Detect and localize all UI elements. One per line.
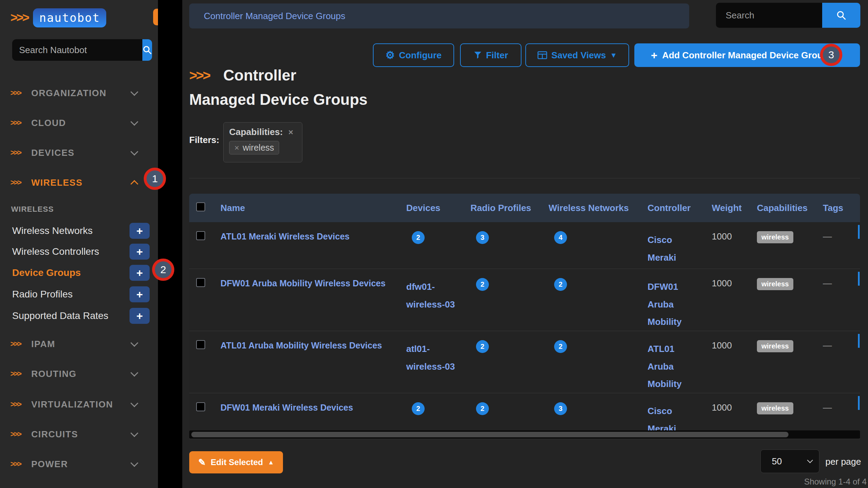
sidebar-item-organization[interactable]: >>> ORGANIZATION bbox=[10, 85, 149, 101]
column-header-devices[interactable]: Devices bbox=[403, 194, 467, 222]
menu-chevrons-icon: >>> bbox=[10, 148, 31, 157]
capabilities-cell: wireless bbox=[753, 222, 819, 269]
tags-empty-dash: — bbox=[823, 402, 832, 413]
wireless-networks-pill[interactable]: 4 bbox=[554, 231, 567, 244]
radio-profiles-pill[interactable]: 3 bbox=[476, 231, 489, 244]
global-search-input[interactable] bbox=[716, 3, 822, 28]
column-header-tags[interactable]: Tags bbox=[819, 194, 856, 222]
per-page-label: per page bbox=[825, 456, 861, 467]
column-header-controller[interactable]: Controller bbox=[644, 194, 708, 222]
sidebar-item-circuits[interactable]: >>> CIRCUITS bbox=[10, 427, 149, 442]
caret-up-icon: ▲ bbox=[268, 459, 274, 466]
wireless-networks-pill[interactable]: 3 bbox=[554, 402, 567, 415]
annotation-badge-1: 1 bbox=[144, 168, 166, 190]
row-action-strip[interactable] bbox=[858, 272, 860, 286]
sidebar-search-input[interactable] bbox=[12, 39, 142, 61]
column-header-weight[interactable]: Weight bbox=[708, 194, 753, 222]
devices-count-pill[interactable]: 2 bbox=[412, 231, 425, 244]
controller-link[interactable]: DFW01 Aruba Mobility bbox=[648, 281, 682, 327]
sidebar-item-virtualization[interactable]: >>> VIRTUALIZATION bbox=[10, 397, 149, 412]
row-checkbox-cell bbox=[189, 331, 217, 393]
chevron-down-icon bbox=[131, 88, 139, 96]
logo-chevrons-icon: >>> bbox=[10, 10, 28, 25]
saved-views-button[interactable]: Saved Views ▼ bbox=[525, 43, 629, 67]
global-search-button[interactable] bbox=[822, 3, 860, 28]
breadcrumb[interactable]: Controller Managed Device Groups bbox=[189, 3, 689, 28]
devices-count-pill[interactable]: 2 bbox=[412, 402, 425, 415]
add-wireless-controller-button[interactable]: + bbox=[130, 244, 150, 260]
wireless-networks-pill[interactable]: 2 bbox=[554, 278, 567, 291]
capability-badge[interactable]: wireless bbox=[757, 278, 793, 290]
device-link[interactable]: dfw01-wireless-03 bbox=[406, 281, 455, 310]
device-link[interactable]: atl01-wireless-03 bbox=[406, 344, 455, 372]
radio-profiles-pill[interactable]: 2 bbox=[476, 402, 489, 415]
controller-link[interactable]: ATL01 Aruba Mobility bbox=[648, 344, 682, 389]
row-action-strip[interactable] bbox=[858, 334, 860, 348]
remove-filter-value-icon[interactable]: × bbox=[234, 143, 239, 153]
per-page-select[interactable]: 50 bbox=[760, 449, 819, 473]
row-checkbox[interactable] bbox=[196, 231, 205, 240]
sidebar-subitem-label: Wireless Controllers bbox=[12, 246, 99, 257]
column-header-name[interactable]: Name bbox=[217, 194, 403, 222]
sidebar-item-routing[interactable]: >>> ROUTING bbox=[10, 366, 149, 381]
remove-filter-icon[interactable]: × bbox=[289, 127, 293, 137]
annotation-badge-2: 2 bbox=[152, 259, 174, 281]
row-action-strip[interactable] bbox=[858, 396, 860, 410]
capability-badge[interactable]: wireless bbox=[757, 231, 793, 243]
device-group-link[interactable]: DFW01 Aruba Mobility Wireless Devices bbox=[220, 278, 385, 288]
device-group-link[interactable]: ATL01 Meraki Wireless Devices bbox=[220, 232, 350, 241]
chevron-down-icon bbox=[807, 457, 813, 463]
sidebar-item-power[interactable]: >>> POWER bbox=[10, 456, 149, 472]
horizontal-scrollbar[interactable] bbox=[189, 430, 860, 439]
sidebar-section-label: WIRELESS bbox=[11, 205, 54, 214]
wireless-networks-pill[interactable]: 2 bbox=[554, 340, 567, 353]
sidebar-item-wireless[interactable]: >>> WIRELESS bbox=[10, 175, 149, 190]
column-header-capabilities[interactable]: Capabilities bbox=[753, 194, 819, 222]
chevron-down-icon bbox=[131, 369, 139, 377]
column-header-radio-profiles[interactable]: Radio Profiles bbox=[467, 194, 545, 222]
sidebar-item-devices[interactable]: >>> DEVICES bbox=[10, 145, 149, 160]
annotation-number: 2 bbox=[160, 264, 166, 276]
column-header-wireless-networks[interactable]: Wireless Networks bbox=[545, 194, 644, 222]
row-checkbox[interactable] bbox=[196, 278, 205, 287]
controller-link[interactable]: Cisco Meraki bbox=[648, 235, 676, 263]
device-groups-table: Name Devices Radio Profiles Wireless Net… bbox=[189, 194, 860, 439]
sidebar-item-cloud[interactable]: >>> CLOUD bbox=[10, 115, 149, 131]
sidebar-item-ipam[interactable]: >>> IPAM bbox=[10, 336, 149, 352]
section-divider bbox=[189, 178, 860, 178]
configure-button[interactable]: ⚙ Configure bbox=[373, 43, 454, 67]
wireless-networks-cell: 4 bbox=[545, 222, 644, 269]
capability-badge[interactable]: wireless bbox=[757, 340, 793, 352]
edit-selected-button[interactable]: ✎ Edit Selected ▲ bbox=[189, 451, 283, 473]
radio-profiles-pill[interactable]: 2 bbox=[476, 340, 489, 353]
filter-chip-value[interactable]: × wireless bbox=[229, 141, 279, 154]
add-supported-data-rate-button[interactable]: + bbox=[130, 308, 150, 324]
row-actions-cell bbox=[856, 269, 860, 331]
sidebar-search-button[interactable] bbox=[142, 39, 152, 61]
sidebar-subitem-label: Radio Profiles bbox=[12, 289, 73, 300]
controller-link[interactable]: Cisco Meraki bbox=[648, 406, 676, 434]
controller-cell: ATL01 Aruba Mobility bbox=[644, 331, 708, 393]
capability-badge[interactable]: wireless bbox=[757, 402, 793, 414]
radio-profiles-pill[interactable]: 2 bbox=[476, 278, 489, 291]
row-checkbox[interactable] bbox=[196, 402, 205, 411]
filter-button[interactable]: Filter bbox=[460, 43, 521, 67]
capabilities-cell: wireless bbox=[753, 269, 819, 331]
add-radio-profile-button[interactable]: + bbox=[130, 286, 150, 302]
sidebar-item-label: CIRCUITS bbox=[31, 429, 78, 440]
page-title-line2: Managed Device Groups bbox=[189, 91, 367, 108]
row-checkbox[interactable] bbox=[196, 340, 205, 349]
scrollbar-thumb[interactable] bbox=[191, 432, 788, 437]
sidebar-item-label: ROUTING bbox=[31, 369, 76, 379]
menu-chevrons-icon: >>> bbox=[10, 118, 31, 127]
nautobot-logo[interactable]: >>> nautobot bbox=[10, 8, 106, 28]
device-group-link[interactable]: ATL01 Aruba Mobility Wireless Devices bbox=[220, 340, 382, 350]
device-group-link[interactable]: DFW01 Meraki Wireless Devices bbox=[220, 403, 353, 412]
sidebar-collapse-button[interactable] bbox=[153, 9, 158, 25]
add-device-group-button[interactable]: + bbox=[130, 265, 150, 281]
add-wireless-network-button[interactable]: + bbox=[130, 223, 150, 239]
row-action-strip[interactable] bbox=[858, 225, 860, 239]
select-all-checkbox[interactable] bbox=[196, 202, 205, 211]
devices-cell: atl01-wireless-03 bbox=[403, 331, 467, 393]
saved-views-icon bbox=[537, 51, 547, 59]
